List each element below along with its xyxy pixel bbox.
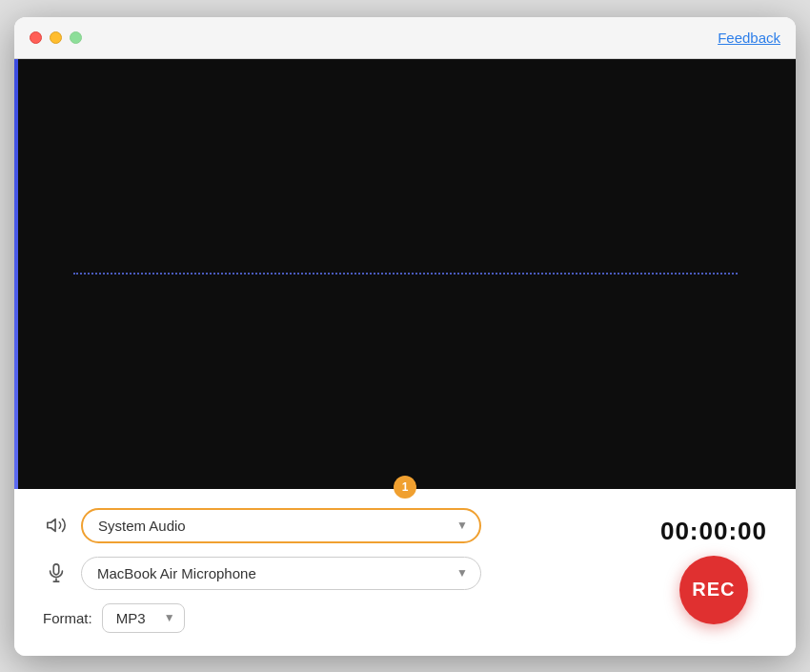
rec-label: REC — [692, 579, 735, 601]
app-window: Feedback 1 — [14, 17, 796, 656]
svg-marker-0 — [48, 519, 55, 532]
badge: 1 — [394, 476, 416, 499]
microphone-select[interactable]: MacBook Air Microphone No Microphone Bui… — [81, 557, 481, 590]
controls-right: 00:00:00 REC — [660, 517, 767, 624]
format-label: Format: — [43, 610, 92, 626]
close-button[interactable] — [30, 31, 42, 44]
titlebar: Feedback — [14, 17, 796, 59]
waveform-dots — [73, 273, 738, 275]
timer-display: 00:00:00 — [660, 517, 767, 546]
microphone-icon — [43, 562, 70, 583]
left-accent — [14, 59, 18, 489]
audio-input-select-wrapper: System Audio BlackHole 2ch No Audio ▼ — [81, 508, 481, 543]
svg-rect-1 — [53, 564, 59, 575]
badge-container: 1 — [394, 476, 416, 499]
traffic-lights — [30, 31, 82, 44]
audio-input-row: System Audio BlackHole 2ch No Audio ▼ — [43, 508, 641, 543]
format-row: Format: MP3 AAC WAV FLAC AIFF ▼ — [43, 603, 641, 633]
zoom-button[interactable] — [70, 31, 82, 44]
video-area — [14, 59, 796, 489]
speaker-icon — [43, 515, 70, 536]
microphone-select-wrapper: MacBook Air Microphone No Microphone Bui… — [81, 557, 481, 590]
format-select[interactable]: MP3 AAC WAV FLAC AIFF — [102, 603, 185, 633]
audio-input-select[interactable]: System Audio BlackHole 2ch No Audio — [81, 508, 481, 543]
minimize-button[interactable] — [50, 31, 62, 44]
controls-area: 1 System Audio — [14, 489, 796, 656]
format-select-wrapper: MP3 AAC WAV FLAC AIFF ▼ — [102, 603, 185, 633]
controls-left: System Audio BlackHole 2ch No Audio ▼ — [43, 508, 641, 633]
badge-number: 1 — [402, 480, 409, 494]
controls-grid: System Audio BlackHole 2ch No Audio ▼ — [43, 508, 767, 633]
waveform — [73, 273, 738, 275]
microphone-row: MacBook Air Microphone No Microphone Bui… — [43, 557, 641, 590]
rec-button[interactable]: REC — [679, 556, 748, 624]
feedback-link[interactable]: Feedback — [718, 30, 780, 46]
